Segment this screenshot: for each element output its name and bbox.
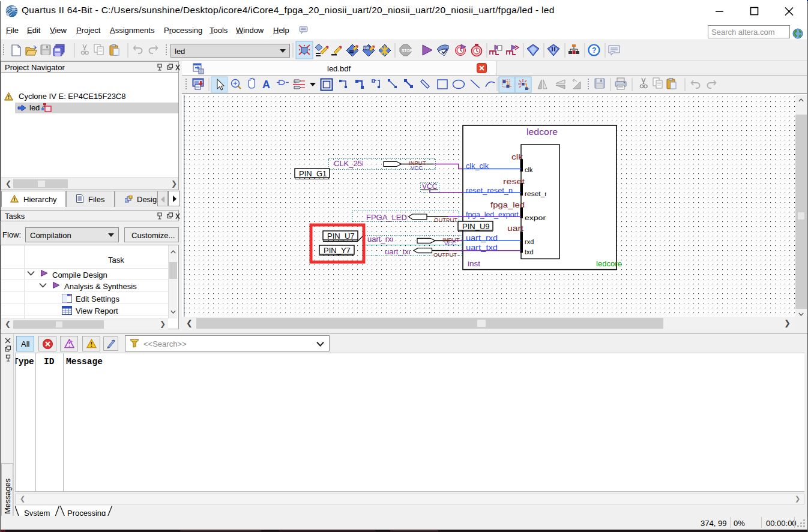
svg-text:D: D [365,46,368,50]
svg-text:ledcore: ledcore [596,260,622,268]
svg-text:clk: clk [511,152,523,161]
svg-text:PIN_U9: PIN_U9 [462,222,490,231]
svg-text:II: II [11,7,15,12]
svg-text:PIN_U7: PIN_U7 [327,232,355,241]
svg-text:txd: txd [525,248,534,256]
svg-text:fpga_led_export: fpga_led_export [466,211,519,219]
svg-text:reset_n: reset_n [525,190,549,197]
svg-text:uart_txd: uart_txd [466,244,498,252]
svg-text:ledcore: ledcore [526,127,558,137]
svg-text:uart_rxd: uart_rxd [367,235,396,244]
svg-text:uart_txd: uart_txd [385,247,413,256]
svg-text:OUTPUT: OUTPUT [433,251,457,258]
svg-text:VCC: VCC [444,240,456,247]
svg-text:rxd: rxd [525,238,534,245]
svg-text:reset_reset_n: reset_reset_n [466,187,513,195]
svg-text:PIN_Y7: PIN_Y7 [324,246,351,255]
svg-text:export: export [525,214,548,221]
svg-text:uart_rxd: uart_rxd [466,234,498,242]
svg-text:A: A [262,79,270,91]
svg-text:clk_clk: clk_clk [466,162,489,170]
svg-text:?: ? [592,46,596,55]
svg-text:fpga_led: fpga_led [490,200,525,209]
svg-text:STOP: STOP [402,49,412,53]
svg-text:reset: reset [503,177,525,186]
svg-text:OUTPUT: OUTPUT [434,217,457,223]
svg-text:clk: clk [525,166,533,173]
svg-text:uart: uart [507,224,523,233]
svg-text:PIN_G1: PIN_G1 [299,169,327,178]
svg-text:inst: inst [468,259,480,268]
svg-text:VCC: VCC [411,164,423,171]
svg-text:io: io [294,80,297,84]
